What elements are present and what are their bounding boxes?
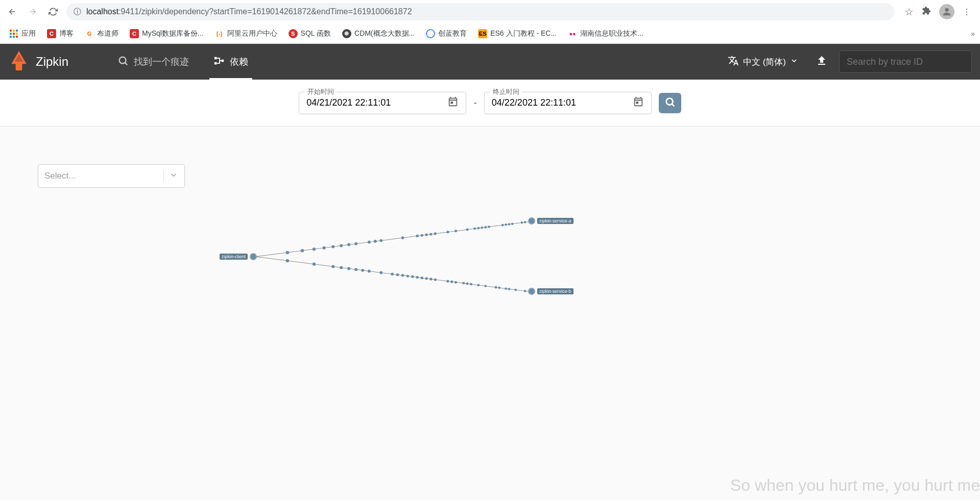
chevron-down-icon: [169, 170, 178, 182]
svg-point-52: [347, 267, 350, 270]
tab-find-trace[interactable]: 找到一个痕迹: [107, 44, 199, 80]
bookmark-item[interactable]: CMySql数据库备份...: [126, 27, 208, 40]
svg-point-67: [446, 280, 449, 283]
svg-point-20: [323, 246, 326, 249]
date-filter-bar: 开始时间 - 终止时间: [0, 80, 980, 127]
svg-point-63: [421, 277, 423, 279]
bookmark-item[interactable]: 创蓝教育: [422, 27, 471, 40]
language-picker[interactable]: 中文 (简体): [722, 55, 804, 69]
extensions-icon[interactable]: [922, 6, 931, 17]
zipkin-logo[interactable]: Zipkin: [8, 50, 68, 73]
svg-rect-4: [10, 33, 12, 35]
svg-point-51: [340, 266, 343, 269]
calendar-icon[interactable]: [633, 96, 644, 110]
search-button[interactable]: [659, 93, 681, 113]
svg-point-74: [484, 285, 487, 287]
svg-point-32: [429, 233, 432, 235]
search-icon: [117, 55, 129, 69]
svg-rect-5: [13, 33, 15, 35]
svg-point-73: [477, 284, 480, 286]
bookmark-item[interactable]: C博客: [43, 27, 78, 40]
svg-point-80: [524, 290, 526, 292]
calendar-icon[interactable]: [447, 96, 459, 110]
svg-point-64: [425, 277, 427, 280]
reload-button[interactable]: [46, 5, 60, 19]
svg-point-69: [455, 281, 457, 284]
svg-point-48: [286, 259, 290, 263]
back-button[interactable]: [5, 5, 19, 19]
info-icon: ⓘ: [74, 7, 81, 17]
watermark-text: So when you hurt me, you hurt me: [730, 476, 980, 495]
svg-point-71: [466, 283, 469, 285]
svg-point-28: [401, 236, 404, 239]
search-trace-field[interactable]: [839, 51, 972, 73]
bookmark-item[interactable]: ⊕CDM(概念大数据...: [338, 27, 419, 40]
svg-point-78: [508, 288, 511, 290]
svg-rect-12: [214, 62, 217, 64]
dependency-icon: [213, 55, 225, 69]
svg-point-31: [425, 234, 427, 236]
zipkin-header: Zipkin 找到一个痕迹 依赖 中文 (简体): [0, 44, 980, 80]
svg-rect-13: [222, 59, 224, 62]
svg-point-21: [331, 245, 334, 248]
svg-point-36: [466, 228, 469, 231]
tab-dependencies[interactable]: 依赖: [203, 44, 258, 80]
svg-point-0: [945, 8, 948, 12]
svg-point-27: [379, 239, 383, 242]
svg-point-42: [501, 224, 504, 227]
svg-point-40: [484, 226, 487, 229]
bookmark-icon: ⊕: [342, 29, 351, 38]
svg-point-35: [455, 230, 457, 232]
node-zipkin-client[interactable]: zipkin-client: [220, 253, 257, 260]
dependency-graph[interactable]: [220, 218, 572, 295]
node-circle-icon: [528, 288, 535, 295]
svg-point-56: [379, 271, 383, 274]
svg-point-29: [416, 235, 418, 237]
bookmark-icon: S: [289, 29, 298, 38]
node-zipkin-service-b[interactable]: zipkin-service-b: [528, 288, 573, 295]
apps-button[interactable]: 应用: [5, 27, 40, 40]
svg-point-58: [396, 273, 399, 277]
bookmark-item[interactable]: [-]阿里云用户中心: [211, 27, 281, 40]
upload-button[interactable]: [808, 55, 835, 69]
forward-button[interactable]: [26, 5, 40, 19]
svg-point-23: [347, 243, 350, 246]
svg-point-44: [508, 223, 511, 226]
content-area: Select... zipkin-client zipkin-service-a…: [0, 127, 980, 500]
svg-point-62: [416, 276, 418, 279]
menu-icon[interactable]: ⋮: [963, 7, 971, 17]
bookmark-item[interactable]: ●●湖南信息职业技术...: [564, 27, 648, 40]
svg-point-38: [477, 227, 480, 230]
bookmark-icon: [426, 29, 435, 38]
svg-point-72: [470, 283, 472, 286]
bookmark-item[interactable]: G布道师: [81, 27, 123, 40]
svg-rect-6: [16, 33, 18, 35]
url-text: localhost:9411/zipkin/dependency?startTi…: [86, 7, 412, 16]
svg-point-25: [368, 241, 371, 244]
svg-point-70: [462, 282, 465, 285]
bookmark-item[interactable]: ESES6 入门教程 - EC...: [474, 27, 561, 40]
apps-icon: [9, 29, 18, 38]
bookmarks-overflow[interactable]: »: [971, 30, 975, 38]
profile-avatar[interactable]: [939, 4, 954, 19]
svg-point-24: [354, 242, 357, 245]
upload-icon: [816, 60, 828, 68]
svg-point-77: [505, 287, 507, 290]
svg-point-33: [434, 232, 437, 235]
bookmark-icon: ES: [478, 29, 487, 38]
select-placeholder: Select...: [44, 171, 158, 181]
search-trace-input[interactable]: [847, 57, 964, 67]
address-bar[interactable]: ⓘ localhost:9411/zipkin/dependency?start…: [66, 3, 894, 20]
node-circle-icon: [528, 217, 535, 224]
node-zipkin-service-a[interactable]: zipkin-service-a: [528, 217, 573, 224]
zipkin-logo-icon: [8, 50, 30, 73]
service-select[interactable]: Select...: [38, 164, 185, 188]
node-circle-icon: [250, 253, 257, 260]
svg-rect-8: [13, 36, 15, 38]
star-icon[interactable]: ☆: [904, 6, 914, 18]
zipkin-title: Zipkin: [36, 55, 68, 69]
svg-point-37: [473, 228, 476, 230]
bookmark-icon: ●●: [568, 29, 577, 38]
bookmark-item[interactable]: SSQL 函数: [284, 27, 335, 40]
svg-point-46: [521, 221, 523, 223]
